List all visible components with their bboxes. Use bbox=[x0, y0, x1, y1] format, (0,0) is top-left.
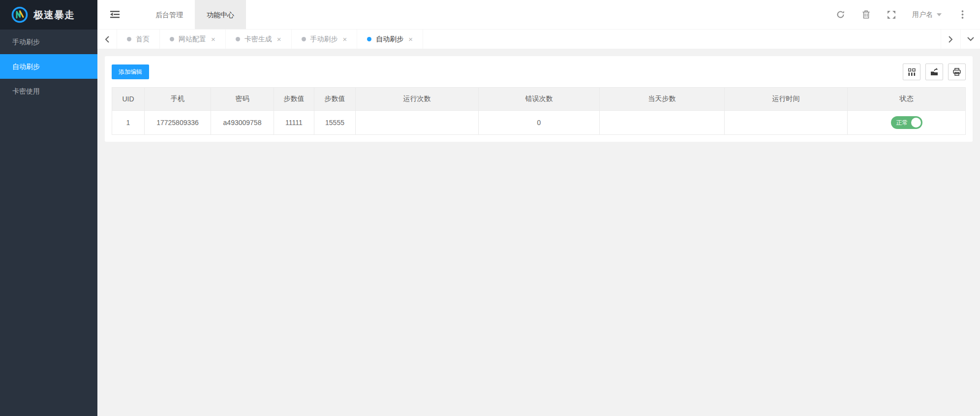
main-content: 添加编辑 bbox=[97, 49, 980, 416]
app-window: 极速暴走 手动刷步 自动刷步 卡密使用 后台管理 功能中心 bbox=[0, 0, 980, 416]
tab-label: 首页 bbox=[136, 35, 150, 44]
app-logo-icon bbox=[11, 6, 29, 24]
open-tabs: 首页 网站配置 × 卡密生成 × 手动刷步 × 自动刷步 × bbox=[117, 30, 941, 49]
sidebar-collapse-button[interactable] bbox=[97, 0, 132, 29]
chevron-right-icon bbox=[949, 36, 953, 43]
fullscreen-button[interactable] bbox=[879, 0, 904, 29]
tab-label: 卡密生成 bbox=[245, 35, 272, 44]
more-options-button[interactable] bbox=[949, 0, 975, 29]
status-toggle-label: 正常 bbox=[896, 119, 908, 127]
export-icon bbox=[930, 68, 938, 76]
column-header-today-steps: 当天步数 bbox=[600, 88, 725, 111]
status-toggle-knob bbox=[911, 118, 921, 128]
sidebar-menu: 手动刷步 自动刷步 卡密使用 bbox=[0, 30, 97, 103]
column-header-step-min: 步数值 bbox=[274, 88, 314, 111]
data-table: UID 手机 密码 步数值 步数值 运行次数 错误次数 当天步数 运行时间 状态 bbox=[112, 87, 966, 135]
cell-phone: 17725809336 bbox=[145, 111, 211, 135]
column-header-run-time: 运行时间 bbox=[725, 88, 848, 111]
column-header-uid: UID bbox=[112, 88, 145, 111]
more-vertical-icon bbox=[961, 10, 964, 19]
cell-password: a493009758 bbox=[211, 111, 274, 135]
cell-today-steps bbox=[600, 111, 725, 135]
fullscreen-icon bbox=[888, 11, 895, 19]
tab-manual-steps[interactable]: 手动刷步 × bbox=[292, 30, 358, 49]
user-menu[interactable]: 用户名 bbox=[904, 0, 949, 29]
tab-label: 手动刷步 bbox=[310, 35, 338, 44]
tab-strip: 首页 网站配置 × 卡密生成 × 手动刷步 × 自动刷步 × bbox=[97, 30, 980, 49]
app-title: 极速暴走 bbox=[33, 8, 75, 22]
tab-label: 自动刷步 bbox=[376, 35, 403, 44]
logo: 极速暴走 bbox=[0, 0, 97, 30]
cell-status: 正常 bbox=[848, 111, 966, 135]
cell-run-time bbox=[725, 111, 848, 135]
table-toolbar: 添加编辑 bbox=[112, 62, 966, 87]
filter-columns-button[interactable] bbox=[903, 64, 920, 80]
table-row: 1 17725809336 a493009758 11111 15555 0 正… bbox=[112, 111, 966, 135]
clear-cache-button[interactable] bbox=[853, 0, 879, 29]
cell-step-min: 11111 bbox=[274, 111, 314, 135]
filter-columns-icon bbox=[908, 68, 916, 76]
add-edit-button[interactable]: 添加编辑 bbox=[112, 64, 149, 79]
column-header-status: 状态 bbox=[848, 88, 966, 111]
table-tool-buttons bbox=[903, 64, 966, 80]
column-header-error-count: 错误次数 bbox=[479, 88, 600, 111]
sidebar: 极速暴走 手动刷步 自动刷步 卡密使用 bbox=[0, 0, 97, 416]
chevron-down-icon bbox=[967, 37, 974, 41]
chevron-left-icon bbox=[105, 36, 109, 43]
cell-error-count: 0 bbox=[479, 111, 600, 135]
tab-auto-steps[interactable]: 自动刷步 × bbox=[357, 30, 423, 49]
column-header-step-max: 步数值 bbox=[314, 88, 356, 111]
tab-card-generate[interactable]: 卡密生成 × bbox=[226, 30, 292, 49]
column-header-run-count: 运行次数 bbox=[356, 88, 479, 111]
cell-uid: 1 bbox=[112, 111, 145, 135]
refresh-icon bbox=[836, 10, 845, 19]
caret-down-icon bbox=[937, 13, 942, 16]
tab-status-dot bbox=[302, 37, 306, 41]
tabs-scroll-right-button[interactable] bbox=[941, 30, 960, 49]
tab-close-icon[interactable]: × bbox=[211, 35, 215, 43]
tab-close-icon[interactable]: × bbox=[343, 35, 347, 43]
column-header-password: 密码 bbox=[211, 88, 274, 111]
top-nav-function-center[interactable]: 功能中心 bbox=[195, 0, 246, 29]
cell-step-max: 15555 bbox=[314, 111, 356, 135]
top-nav-admin[interactable]: 后台管理 bbox=[144, 0, 195, 29]
top-header: 后台管理 功能中心 bbox=[97, 0, 980, 30]
header-actions: 用户名 bbox=[827, 0, 980, 29]
tab-close-icon[interactable]: × bbox=[277, 35, 281, 43]
print-icon bbox=[953, 68, 961, 76]
table-header-row: UID 手机 密码 步数值 步数值 运行次数 错误次数 当天步数 运行时间 状态 bbox=[112, 88, 966, 111]
refresh-button[interactable] bbox=[827, 0, 853, 29]
tab-status-dot bbox=[170, 37, 174, 41]
column-header-phone: 手机 bbox=[145, 88, 211, 111]
print-button[interactable] bbox=[948, 64, 966, 80]
user-name-label: 用户名 bbox=[912, 10, 933, 19]
tab-site-config[interactable]: 网站配置 × bbox=[160, 30, 226, 49]
tab-status-dot bbox=[236, 37, 240, 41]
table-card: 添加编辑 bbox=[105, 56, 973, 142]
status-toggle[interactable]: 正常 bbox=[891, 116, 922, 129]
tabs-scroll-left-button[interactable] bbox=[97, 30, 117, 49]
tab-home[interactable]: 首页 bbox=[117, 30, 160, 49]
sidebar-item-card-usage[interactable]: 卡密使用 bbox=[0, 79, 97, 103]
cell-run-count bbox=[356, 111, 479, 135]
tab-label: 网站配置 bbox=[179, 35, 206, 44]
sidebar-item-manual-steps[interactable]: 手动刷步 bbox=[0, 30, 97, 54]
collapse-menu-icon bbox=[110, 11, 120, 18]
tab-status-dot bbox=[367, 37, 371, 41]
export-button[interactable] bbox=[925, 64, 943, 80]
tabs-dropdown-button[interactable] bbox=[960, 30, 980, 49]
sidebar-item-auto-steps[interactable]: 自动刷步 bbox=[0, 54, 97, 79]
tab-status-dot bbox=[127, 37, 131, 41]
trash-icon bbox=[862, 10, 870, 19]
tab-close-icon[interactable]: × bbox=[408, 35, 413, 43]
top-nav: 后台管理 功能中心 bbox=[144, 0, 246, 29]
